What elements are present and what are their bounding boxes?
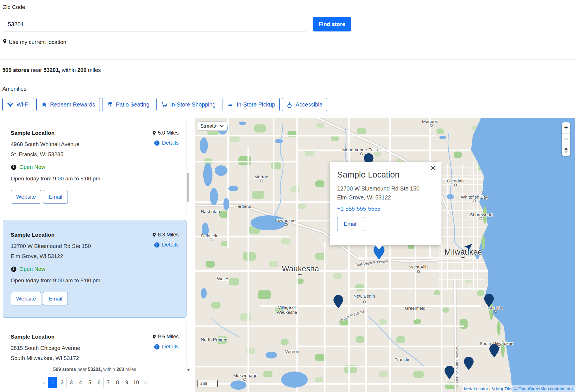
card-header-row: Sample Location5.0 Miles bbox=[11, 126, 179, 136]
store-name: Sample Location bbox=[11, 330, 55, 340]
amenity-filter-in-store-pickup[interactable]: In-Store Pickup bbox=[223, 98, 280, 111]
town-dot bbox=[260, 180, 263, 182]
page-item-9[interactable]: 9 bbox=[122, 377, 131, 388]
map-label-nashotah: Nashotah bbox=[201, 209, 220, 214]
page-item-next[interactable]: » bbox=[141, 377, 150, 388]
store-card[interactable]: Sample Location8.3 Miles12700 W Bluemoun… bbox=[3, 220, 186, 318]
page-item-3[interactable]: 3 bbox=[66, 377, 76, 388]
map-popup: ✕ Sample Location 12700 W Bluemound Rd S… bbox=[330, 162, 441, 245]
store-marker-pin-icon[interactable] bbox=[333, 295, 343, 309]
store-marker-pin-icon[interactable] bbox=[445, 366, 454, 380]
popup-store-name: Sample Location bbox=[337, 170, 433, 180]
card-header-row: Sample Location8.3 Miles bbox=[11, 228, 179, 238]
page-item-8[interactable]: 8 bbox=[113, 377, 122, 388]
popup-address-line2: Elm Grove, WI 53122 bbox=[337, 193, 433, 202]
find-store-button[interactable]: Find store bbox=[313, 17, 351, 31]
results-summary-footer: 509 stores near 53201, within 200 miles bbox=[3, 367, 186, 372]
store-marker-pin-icon[interactable] bbox=[464, 357, 474, 371]
page-item-10[interactable]: 10 bbox=[131, 377, 141, 388]
address-line1: 4968 South Whitnall Avenue bbox=[11, 139, 79, 149]
attribution-metalocator-link[interactable]: MetaLocator bbox=[464, 386, 488, 391]
popup-address: 12700 W Bluemound Rd Ste 150 Elm Grove, … bbox=[337, 184, 433, 202]
page-item-prev[interactable]: « bbox=[39, 377, 48, 388]
website-button[interactable]: Website bbox=[11, 292, 41, 305]
amenity-label: Accessible bbox=[296, 101, 322, 108]
address-line2: St. Francis, WI 53235 bbox=[11, 149, 79, 159]
page-item-1[interactable]: 1 bbox=[48, 377, 57, 388]
popup-email-button[interactable]: Email bbox=[337, 217, 364, 231]
section-divider bbox=[0, 59, 575, 60]
page-item-7[interactable]: 7 bbox=[103, 377, 113, 388]
zoom-in-button[interactable]: + bbox=[562, 122, 570, 134]
zoom-out-button[interactable]: − bbox=[562, 134, 570, 145]
map-style-selector[interactable]: Streets bbox=[197, 121, 227, 131]
use-current-location-link[interactable]: Use my current location bbox=[2, 38, 66, 46]
address-line2: South Milwaukee, WI 53172 bbox=[11, 353, 80, 363]
attribution-maptiler-link[interactable]: © MapTiler bbox=[492, 386, 513, 391]
map-tiles bbox=[195, 118, 575, 392]
map-label-north-prairie: North Prairie bbox=[201, 337, 226, 342]
list-scrollbar-down-arrow[interactable] bbox=[187, 369, 190, 371]
store-marker-pin-icon[interactable] bbox=[484, 294, 494, 308]
town-dot bbox=[285, 223, 288, 226]
map-canvas[interactable]: MequonMenomonee FallsMertonHartlandNasho… bbox=[195, 118, 575, 392]
compass-icon bbox=[564, 147, 568, 154]
store-card[interactable]: Sample Location9.6 Miles2815 South Chica… bbox=[3, 322, 186, 367]
page-item-5[interactable]: 5 bbox=[85, 377, 94, 388]
store-card[interactable]: Sample Location5.0 Miles4968 South Whitn… bbox=[3, 118, 186, 216]
amenities-filter-row: Wi-FiRedeem RewardsPatio SeatingIn-Store… bbox=[2, 98, 327, 111]
zip-code-label: Zip Code bbox=[3, 4, 25, 10]
store-marker-arrow-icon[interactable] bbox=[462, 242, 473, 254]
map-label-village-of-waukesha: Village ofWaukesha bbox=[277, 305, 297, 315]
attribution-osm-link[interactable]: © OpenStreetMap contributors bbox=[513, 386, 573, 391]
amenity-filter-patio-seating[interactable]: Patio Seating bbox=[102, 98, 154, 111]
town-dot bbox=[479, 217, 482, 220]
town-dot bbox=[417, 270, 420, 273]
store-details-link[interactable]: Details bbox=[154, 242, 179, 248]
wifi-icon bbox=[7, 101, 14, 108]
page-item-6[interactable]: 6 bbox=[94, 377, 104, 388]
map-label-franklin: Franklin bbox=[394, 357, 410, 362]
page-item-2[interactable]: 2 bbox=[57, 377, 67, 388]
amenity-filter-redeem-rewards[interactable]: Redeem Rewards bbox=[36, 98, 100, 111]
clock-icon bbox=[11, 164, 17, 170]
compass-pitch-control[interactable] bbox=[562, 145, 570, 156]
email-button[interactable]: Email bbox=[43, 292, 68, 305]
website-button[interactable]: Website bbox=[11, 190, 41, 204]
card-buttons: WebsiteEmail bbox=[11, 190, 179, 204]
map-label-vernon: Vernon bbox=[285, 349, 299, 354]
zip-code-input[interactable] bbox=[3, 17, 307, 31]
map-label-hartland: Hartland bbox=[234, 204, 251, 209]
email-button[interactable]: Email bbox=[43, 190, 68, 204]
amenity-label: Patio Seating bbox=[116, 101, 150, 108]
info-icon bbox=[154, 344, 160, 350]
card-buttons: WebsiteEmail bbox=[11, 292, 179, 305]
store-name: Sample Location bbox=[11, 126, 55, 136]
amenity-filter-wi-fi[interactable]: Wi-Fi bbox=[2, 98, 34, 111]
map-label-new-berlin: New Berlin bbox=[354, 294, 375, 299]
page-item-4[interactable]: 4 bbox=[76, 377, 85, 388]
list-scrollbar-thumb[interactable] bbox=[187, 173, 189, 202]
details-label: Details bbox=[162, 242, 179, 248]
open-status-label: Open Now bbox=[19, 164, 45, 170]
distance-value: 5.0 Miles bbox=[158, 130, 179, 136]
town-dot bbox=[363, 300, 366, 303]
popup-phone-link[interactable]: +1-555-555-5555 bbox=[337, 206, 433, 212]
amenity-filter-in-store-shopping[interactable]: In-Store Shopping bbox=[156, 98, 220, 111]
map-pin-icon bbox=[152, 334, 156, 340]
amenity-label: Redeem Rewards bbox=[50, 101, 95, 108]
store-details-link[interactable]: Details bbox=[154, 140, 179, 146]
store-details-link[interactable]: Details bbox=[154, 344, 179, 350]
store-locator-page: Zip Code Find store Use my current locat… bbox=[0, 0, 575, 392]
popup-close-icon[interactable]: ✕ bbox=[430, 164, 436, 172]
store-marker-pin-icon[interactable] bbox=[489, 344, 499, 359]
open-status: Open Now bbox=[11, 266, 179, 272]
open-status-label: Open Now bbox=[19, 266, 45, 272]
amenity-filter-accessible[interactable]: Accessible bbox=[282, 98, 327, 111]
map-label-whitefish-bay: Whitefish Bay bbox=[461, 195, 488, 200]
use-current-location-label: Use my current location bbox=[9, 39, 66, 45]
map-label-greenfield: Greenfield bbox=[405, 306, 425, 311]
map-style-value: Streets bbox=[200, 123, 216, 129]
card-header-row: Sample Location9.6 Miles bbox=[11, 330, 179, 340]
amenity-label: In-Store Shopping bbox=[170, 101, 216, 108]
